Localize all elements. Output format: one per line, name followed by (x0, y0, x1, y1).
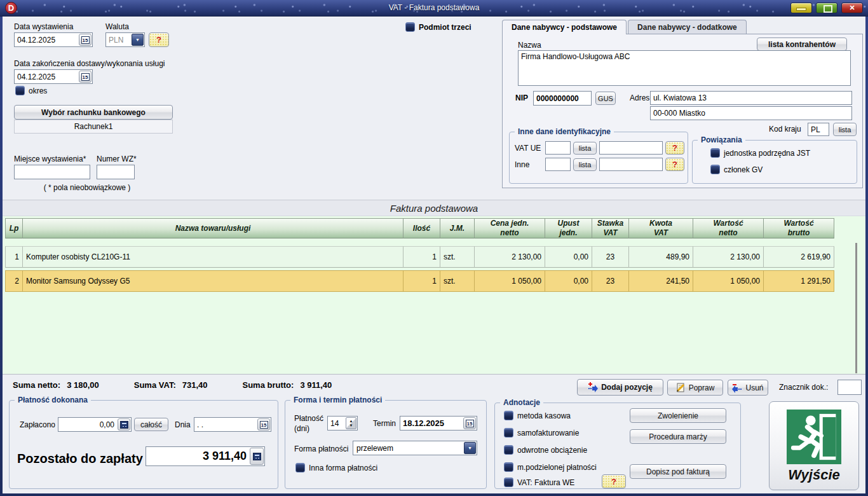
okres-checkbox[interactable] (15, 86, 25, 95)
wyjscie-button[interactable]: Wyjście (769, 401, 859, 490)
waluta-combobox[interactable]: PLN ▼ (105, 32, 145, 47)
numer-wz-input[interactable] (97, 165, 135, 179)
nazwa-textarea[interactable]: Firma Handlowo-Usługowa ABC (518, 50, 851, 86)
data-zakonczenia-input[interactable] (15, 72, 78, 81)
vat-faktura-we-checkbox[interactable] (504, 478, 513, 487)
zaplacono-input[interactable] (58, 420, 117, 429)
calendar-button[interactable] (79, 34, 92, 46)
metoda-kasowa-label: metoda kasowa (517, 411, 571, 420)
table-row-selected[interactable]: 2 Monitor Samsung Odyssey G5 1 szt. 1 05… (5, 270, 834, 292)
platnosc-dni-input[interactable] (328, 419, 345, 428)
cell-jm: szt. (440, 246, 475, 268)
odwrotne-obciazenie-checkbox[interactable] (504, 445, 513, 455)
inne-lista-button[interactable]: lista (573, 158, 597, 171)
chevron-down-icon[interactable]: ▼ (132, 34, 144, 46)
pozostalo-input[interactable] (146, 450, 249, 463)
inne-number-input[interactable] (599, 158, 663, 171)
calendar-button[interactable] (79, 71, 92, 83)
termin-input[interactable] (400, 418, 463, 428)
nazwa-label: Nazwa (518, 41, 541, 50)
cell-upust: 0,00 (545, 270, 592, 292)
col-header-cena-netto[interactable]: Cena jedn. netto (475, 218, 545, 238)
nip-label: NIP (515, 93, 528, 102)
col-header-kwota-vat[interactable]: Kwota VAT (629, 218, 693, 238)
calendar-button[interactable] (463, 417, 476, 429)
col-header-stawka-vat[interactable]: Stawka VAT (592, 218, 629, 238)
vat-ue-input[interactable] (545, 141, 571, 155)
vat-ue-label: VAT UE (515, 144, 543, 153)
zaplacono-field (58, 417, 132, 432)
procedura-marzy-button[interactable]: Procedura marży (630, 429, 726, 444)
col-header-lp[interactable]: Lp (5, 218, 23, 238)
dodaj-pozycje-button[interactable]: Dodaj pozycję (577, 379, 663, 396)
wybor-rachunku-button[interactable]: Wybór rachunku bankowego (14, 105, 173, 120)
adres-input-2[interactable] (650, 106, 852, 120)
podmiot-trzeci-checkbox[interactable] (405, 22, 415, 32)
spin-down-icon[interactable]: ▼ (349, 424, 353, 428)
maximize-button[interactable] (816, 3, 837, 13)
cell-ilosc: 1 (403, 270, 440, 292)
vat-ue-help-button[interactable]: ? (665, 141, 684, 155)
col-header-nazwa[interactable]: Nazwa towaru/usługi (23, 218, 403, 238)
adres-input-1[interactable] (650, 91, 852, 105)
data-wystawienia-input[interactable] (15, 36, 78, 45)
inna-forma-checkbox[interactable] (295, 463, 305, 472)
waluta-help-button[interactable]: ? (149, 32, 169, 47)
inne-input[interactable] (545, 158, 571, 171)
usun-button[interactable]: Usuń (728, 380, 768, 396)
zaplacono-label: Zapłacono (20, 420, 55, 429)
edit-icon (676, 383, 686, 392)
popraw-button[interactable]: Popraw (667, 380, 723, 396)
jednostka-jst-checkbox[interactable] (710, 148, 720, 158)
close-button[interactable]: ✕ (841, 3, 863, 13)
col-header-jm[interactable]: J.M. (440, 218, 475, 238)
chevron-down-icon[interactable]: ▼ (464, 442, 476, 454)
forma-platnosci-combobox[interactable]: przelewem ▼ (353, 441, 477, 455)
zwolnienie-button[interactable]: Zwolenienie (630, 408, 726, 423)
table-row[interactable]: 1 Komputer osobisty CL210G-11 1 szt. 2 1… (5, 246, 834, 268)
calculator-button[interactable] (118, 418, 130, 431)
cell-kwota-vat: 241,50 (629, 270, 693, 292)
czlonek-gv-checkbox[interactable] (710, 165, 720, 174)
table-scrollbar[interactable] (855, 243, 857, 373)
znacznik-input[interactable] (837, 380, 862, 395)
nip-input[interactable] (533, 91, 592, 106)
vat-ue-row: VAT UE lista ? (515, 141, 684, 155)
podzielona-platnosc-label: m.podzielonej płatności (517, 463, 597, 472)
inne-help-button[interactable]: ? (665, 158, 684, 171)
tab-dane-podstawowe[interactable]: Dane nabywcy - podstawowe (502, 20, 627, 34)
table-header-row: Lp Nazwa towaru/usługi Ilość J.M. Cena j… (5, 218, 834, 238)
tab-dane-dodatkowe[interactable]: Dane nabywcy - dodatkowe (628, 20, 747, 34)
col-header-wartosc-netto[interactable]: Wartość netto (693, 218, 764, 238)
spin-up-icon[interactable]: ▲ (349, 419, 353, 424)
spinner-control[interactable]: ▲ ▼ (346, 417, 356, 429)
miejsce-wystawienia-label: Miejsce wystawienia* (14, 155, 86, 163)
vat-we-help-button[interactable]: ? (602, 474, 626, 488)
jednostka-jst-label: jednostka podrzędna JST (724, 149, 810, 158)
calculator-button[interactable] (250, 448, 264, 465)
kod-kraju-input[interactable] (808, 123, 829, 136)
inna-forma-label: Inna forma płatności (309, 464, 377, 472)
calendar-button[interactable] (257, 418, 270, 431)
popraw-label: Popraw (689, 383, 715, 392)
metoda-kasowa-checkbox[interactable] (504, 411, 513, 420)
dnia-input[interactable] (194, 420, 257, 429)
calosc-button[interactable]: całość (134, 418, 168, 431)
titlebar[interactable]: D VAT - Faktura podstawowa ✕ (0, 0, 868, 17)
col-header-upust[interactable]: Upust jedn. (545, 218, 592, 238)
kod-kraju-lista-button[interactable]: lista (833, 123, 857, 136)
lista-kontrahentow-button[interactable]: lista kontrahentów (757, 38, 847, 51)
minimize-button[interactable] (790, 3, 812, 13)
samofakturowanie-checkbox[interactable] (504, 428, 513, 437)
col-header-wartosc-brutto[interactable]: Wartość brutto (764, 218, 834, 238)
vat-ue-lista-button[interactable]: lista (573, 142, 597, 155)
miejsce-wystawienia-input[interactable] (14, 165, 90, 179)
app-window: D VAT - Faktura podstawowa ✕ Data wystaw… (0, 0, 868, 496)
czlonek-gv-label: członek GV (724, 165, 763, 174)
dopisz-pod-faktura-button[interactable]: Dopisz pod fakturą (630, 464, 726, 479)
gus-button[interactable]: GUS (595, 92, 616, 105)
podzielona-platnosc-checkbox[interactable] (504, 462, 513, 472)
col-header-ilosc[interactable]: Ilość (403, 218, 440, 238)
vat-ue-number-input[interactable] (599, 141, 663, 155)
platnosc-dokonana-title: Płatność dokonana (15, 396, 91, 404)
